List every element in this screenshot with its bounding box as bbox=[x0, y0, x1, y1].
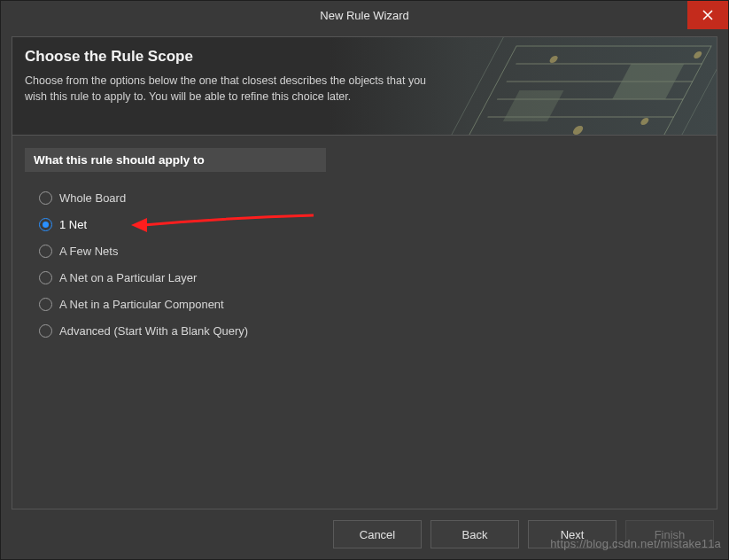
svg-rect-1 bbox=[465, 46, 711, 136]
wizard-window: New Rule Wizard bbox=[0, 0, 729, 560]
close-icon bbox=[702, 10, 713, 20]
scope-option-label: A Few Nets bbox=[59, 245, 118, 258]
scope-option-label: 1 Net bbox=[59, 218, 87, 231]
scope-option-net-layer[interactable]: A Net on a Particular Layer bbox=[39, 264, 717, 291]
scope-option-label: Advanced (Start With a Blank Query) bbox=[59, 324, 248, 338]
titlebar: New Rule Wizard bbox=[1, 1, 728, 29]
svg-rect-0 bbox=[442, 37, 717, 136]
button-label: Finish bbox=[655, 528, 686, 541]
svg-marker-12 bbox=[131, 218, 147, 232]
radio-icon bbox=[39, 298, 52, 311]
scope-option-net-component[interactable]: A Net in a Particular Component bbox=[39, 291, 717, 317]
radio-icon bbox=[39, 324, 52, 338]
header-text: Choose the Rule Scope Choose from the op… bbox=[25, 48, 433, 105]
window-title: New Rule Wizard bbox=[320, 9, 408, 22]
scope-option-advanced[interactable]: Advanced (Start With a Blank Query) bbox=[39, 317, 717, 344]
finish-button: Finish bbox=[625, 520, 714, 548]
close-button[interactable] bbox=[687, 1, 728, 29]
back-button[interactable]: Back bbox=[430, 520, 519, 548]
svg-rect-6 bbox=[612, 64, 684, 99]
scope-option-1-net[interactable]: 1 Net bbox=[39, 211, 717, 237]
cancel-button[interactable]: Cancel bbox=[333, 520, 422, 548]
content-frame: Choose the Rule Scope Choose from the op… bbox=[12, 36, 717, 509]
scope-radio-group: Whole Board 1 Net A Few Nets A Net on a … bbox=[39, 184, 717, 344]
button-label: Next bbox=[561, 528, 585, 541]
svg-point-9 bbox=[640, 118, 650, 125]
header-description: Choose from the options below the one th… bbox=[25, 73, 433, 105]
pcb-decoration bbox=[424, 37, 717, 136]
button-label: Back bbox=[462, 528, 488, 541]
arrow-annotation-icon bbox=[128, 209, 322, 239]
button-row: Cancel Back Next Finish bbox=[333, 520, 714, 548]
svg-rect-7 bbox=[503, 90, 564, 121]
button-label: Cancel bbox=[360, 528, 395, 541]
scope-option-whole-board[interactable]: Whole Board bbox=[39, 184, 717, 211]
radio-icon bbox=[39, 218, 52, 231]
radio-icon bbox=[39, 191, 52, 205]
svg-point-11 bbox=[693, 51, 703, 58]
svg-point-10 bbox=[571, 126, 585, 135]
header-area: Choose the Rule Scope Choose from the op… bbox=[12, 37, 717, 136]
section-label: What this rule should apply to bbox=[25, 148, 326, 172]
scope-option-few-nets[interactable]: A Few Nets bbox=[39, 237, 717, 264]
radio-icon bbox=[39, 271, 52, 284]
header-title: Choose the Rule Scope bbox=[25, 48, 433, 66]
next-button[interactable]: Next bbox=[528, 520, 617, 548]
scope-option-label: A Net in a Particular Component bbox=[59, 298, 224, 311]
svg-point-8 bbox=[548, 56, 559, 63]
radio-icon bbox=[39, 245, 52, 258]
scope-option-label: Whole Board bbox=[59, 191, 126, 205]
scope-option-label: A Net on a Particular Layer bbox=[59, 271, 197, 284]
